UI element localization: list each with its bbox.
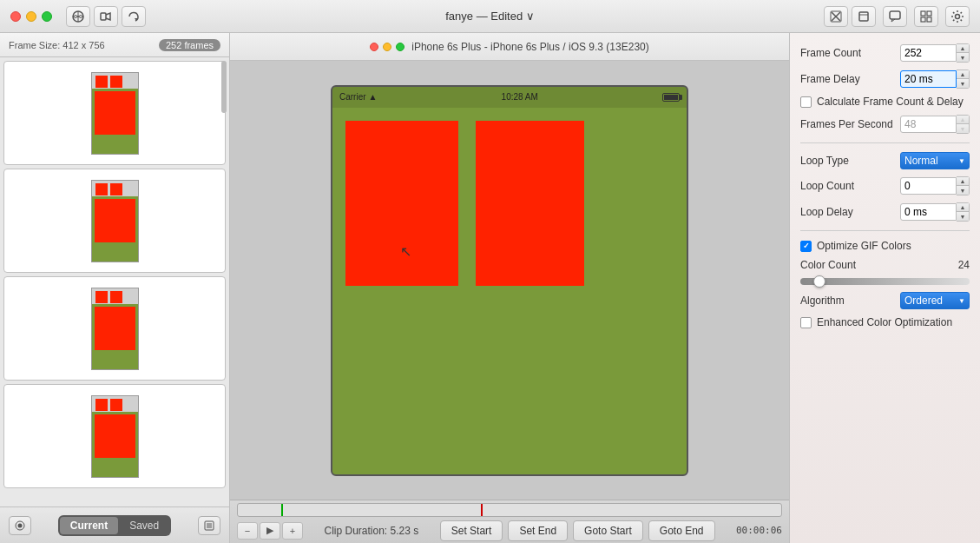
maximize-button[interactable] <box>42 11 52 22</box>
loop-count-down[interactable]: ▼ <box>957 186 969 195</box>
frame-thumb-body <box>92 196 138 245</box>
frames-list[interactable] <box>0 57 229 507</box>
frame-thumb-red-block <box>110 399 122 411</box>
device-content <box>332 108 687 474</box>
loop-count-stepper: 0 ▲ ▼ <box>900 176 970 195</box>
window-dots <box>370 43 404 51</box>
svg-rect-11 <box>927 11 931 16</box>
minimize-button[interactable] <box>26 11 36 22</box>
loop-delay-up[interactable]: ▲ <box>957 203 969 212</box>
calc-checkbox-label: Calculate Frame Count & Delay <box>817 96 964 108</box>
close-button[interactable] <box>10 11 21 22</box>
device-frame: Carrier ▲ 10:28 AM ↖ <box>331 85 688 476</box>
timeline-controls: − ▶ + Clip Duration: 5.23 s Set Start Se… <box>237 520 782 541</box>
loop-type-select[interactable]: Normal ▼ <box>900 152 970 169</box>
end-marker <box>481 504 483 516</box>
loop-count-up[interactable]: ▲ <box>957 177 969 186</box>
step-forward-button[interactable]: + <box>282 522 303 540</box>
algorithm-select[interactable]: Ordered ▼ <box>900 292 970 309</box>
fps-input[interactable]: 48 <box>900 116 957 133</box>
crop-button[interactable] <box>852 6 876 27</box>
set-end-button[interactable]: Set End <box>508 520 568 541</box>
loop-delay-down[interactable]: ▼ <box>957 212 969 221</box>
enhanced-checkbox[interactable] <box>800 317 812 328</box>
tab-saved[interactable]: Saved <box>119 517 169 534</box>
frame-item[interactable] <box>3 384 226 488</box>
frame-size-label: Frame Size: 412 x 756 <box>9 40 105 50</box>
frame-thumbnail <box>91 180 139 262</box>
frames-count-badge: 252 frames <box>159 39 220 51</box>
export-button[interactable] <box>198 516 220 535</box>
dot-green <box>396 43 404 51</box>
fps-down[interactable]: ▼ <box>957 124 969 133</box>
carrier-text: Carrier <box>339 92 366 102</box>
settings-button[interactable] <box>945 6 970 27</box>
toolbar-center <box>824 6 876 27</box>
goto-end-button[interactable]: Goto End <box>648 520 715 541</box>
battery-indicator <box>662 93 680 102</box>
frame-status-bar <box>92 181 138 196</box>
frame-item[interactable] <box>3 276 226 381</box>
loop-delay-stepper-buttons: ▲ ▼ <box>957 202 970 222</box>
frame-thumbnail <box>91 288 139 370</box>
frame-delay-input[interactable]: 20 ms <box>900 70 957 88</box>
frame-thumb-red-block <box>95 76 108 88</box>
loop-delay-stepper: 0 ms ▲ ▼ <box>900 202 970 222</box>
calc-checkbox[interactable] <box>800 96 812 108</box>
main-content: Frame Size: 412 x 756 252 frames <box>0 33 980 543</box>
motion-button[interactable] <box>94 6 118 27</box>
svg-rect-13 <box>927 17 931 22</box>
frame-delay-down[interactable]: ▼ <box>957 79 969 88</box>
layers-button[interactable] <box>914 6 938 27</box>
playback-controls: − ▶ + <box>237 522 303 540</box>
scrollbar[interactable] <box>220 57 227 507</box>
frame-delay-label: Frame Delay <box>800 73 860 85</box>
divider <box>800 142 970 143</box>
clip-duration: Clip Duration: 5.23 s <box>324 525 418 537</box>
frame-thumb-red-block <box>110 76 122 88</box>
step-back-button[interactable]: − <box>237 522 258 540</box>
frame-status-bar <box>92 73 138 89</box>
chat-button[interactable] <box>883 6 907 27</box>
frame-thumb-body <box>92 304 138 353</box>
frame-delay-stepper-buttons: ▲ ▼ <box>957 70 970 89</box>
frame-delay-up[interactable]: ▲ <box>957 70 969 79</box>
goto-start-button[interactable]: Goto Start <box>573 520 643 541</box>
frame-thumb-red-block <box>95 291 108 303</box>
frame-thumb-red-block <box>110 183 122 195</box>
fps-up[interactable]: ▲ <box>957 116 969 124</box>
frame-count-down[interactable]: ▼ <box>957 53 969 62</box>
frame-count-row: Frame Count 252 ▲ ▼ <box>800 43 970 63</box>
tab-current[interactable]: Current <box>60 517 118 534</box>
divider-2 <box>800 230 970 231</box>
expand-button[interactable] <box>824 6 848 27</box>
frame-count-stepper: 252 ▲ ▼ <box>900 43 970 63</box>
frame-count-up[interactable]: ▲ <box>957 44 969 53</box>
loop-count-input[interactable]: 0 <box>900 177 957 195</box>
left-panel-header: Frame Size: 412 x 756 252 frames <box>0 33 229 57</box>
fps-row: Frames Per Second 48 ▲ ▼ <box>800 115 970 134</box>
frame-content <box>95 199 135 242</box>
frame-delay-row: Frame Delay 20 ms ▲ ▼ <box>800 70 970 89</box>
carrier-info: Carrier ▲ <box>339 92 377 102</box>
toolbar-left <box>66 6 146 27</box>
loop-count-stepper-buttons: ▲ ▼ <box>957 176 970 195</box>
set-start-button[interactable]: Set Start <box>440 520 503 541</box>
optimize-checkbox[interactable] <box>800 241 812 252</box>
global-button[interactable] <box>66 6 90 27</box>
fps-stepper-buttons: ▲ ▼ <box>957 115 970 134</box>
color-count-slider[interactable] <box>800 278 970 285</box>
frame-count-input[interactable]: 252 <box>900 44 957 62</box>
add-frame-button[interactable] <box>9 516 31 535</box>
window-title: fanye — Edited ∨ <box>445 10 535 23</box>
enhanced-checkbox-row: Enhanced Color Optimization <box>800 316 970 328</box>
loop-delay-input[interactable]: 0 ms <box>900 203 957 221</box>
battery-nub <box>680 95 682 100</box>
red-panel-right <box>476 121 584 286</box>
dot-yellow <box>383 43 391 51</box>
timeline-track[interactable] <box>237 503 782 517</box>
frame-item[interactable] <box>3 61 226 165</box>
play-button[interactable]: ▶ <box>260 522 280 540</box>
refresh-button[interactable] <box>122 6 146 27</box>
frame-item[interactable] <box>3 169 226 273</box>
